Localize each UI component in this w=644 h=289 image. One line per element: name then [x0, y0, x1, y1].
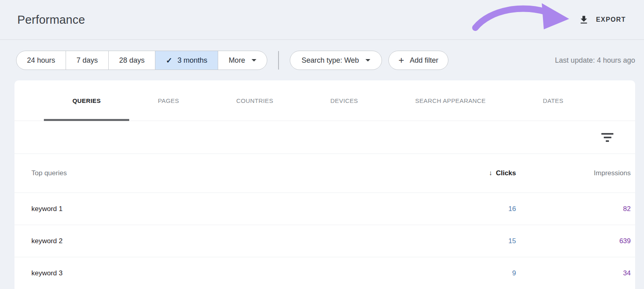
filter-toolbar: 24 hours 7 days 28 days ✓ 3 months More …: [16, 51, 635, 70]
table-header: Top queries ↓Clicks Impressions: [14, 154, 635, 193]
table-filter-row: [14, 121, 635, 154]
caret-down-icon: [365, 59, 370, 61]
sort-desc-icon: ↓: [489, 169, 492, 177]
query-cell: keyword 1: [31, 205, 436, 213]
tab-devices[interactable]: DEVICES: [302, 80, 387, 121]
page-header: Performance EXPORT: [0, 0, 644, 40]
impressions-header[interactable]: Impressions: [516, 169, 631, 177]
filter-list-icon[interactable]: [599, 131, 616, 144]
add-filter-button[interactable]: + Add filter: [388, 51, 448, 70]
search-type-label: Search type: Web: [301, 56, 359, 65]
date-filter-label: 24 hours: [27, 56, 55, 65]
date-filter-label: 3 months: [178, 56, 207, 65]
last-update-text: Last update: 4 hours ago: [555, 56, 635, 65]
add-filter-label: Add filter: [410, 56, 438, 65]
date-filter-3-months[interactable]: ✓ 3 months: [155, 51, 218, 70]
tab-label: PAGES: [158, 97, 179, 104]
plus-icon: +: [398, 55, 404, 65]
download-icon: [578, 14, 589, 25]
export-button-label: EXPORT: [596, 16, 626, 23]
query-cell: keyword 3: [31, 269, 436, 277]
tab-label: DATES: [543, 97, 564, 104]
tab-countries[interactable]: COUNTRIES: [208, 80, 302, 121]
top-queries-header: Top queries: [31, 169, 436, 177]
tab-search-appearance[interactable]: SEARCH APPEARANCE: [387, 80, 514, 121]
page-title: Performance: [17, 13, 85, 27]
report-tabs: QUERIES PAGES COUNTRIES DEVICES SEARCH A…: [14, 80, 635, 121]
table-row[interactable]: keyword 2 15 639: [14, 225, 635, 257]
table-row[interactable]: keyword 1 16 82: [14, 193, 635, 225]
clicks-cell: 16: [436, 205, 516, 213]
export-button[interactable]: EXPORT: [578, 14, 626, 25]
date-filter-label: 7 days: [76, 56, 98, 65]
date-filter-7-days[interactable]: 7 days: [66, 51, 109, 70]
check-icon: ✓: [166, 56, 172, 65]
impressions-cell: 639: [516, 237, 631, 245]
impressions-cell: 34: [516, 269, 631, 277]
more-label: More: [229, 56, 245, 65]
date-filter-label: 28 days: [119, 56, 144, 65]
toolbar-divider: [278, 51, 279, 70]
table-row[interactable]: keyword 3 9 34: [14, 257, 635, 289]
clicks-header[interactable]: ↓Clicks: [436, 169, 516, 177]
tab-dates[interactable]: DATES: [514, 80, 592, 121]
annotation-arrow: [468, 2, 571, 34]
clicks-header-label: Clicks: [496, 169, 516, 177]
tab-queries[interactable]: QUERIES: [44, 80, 129, 121]
caret-down-icon: [252, 59, 256, 61]
clicks-cell: 15: [436, 237, 516, 245]
tab-label: QUERIES: [72, 97, 101, 104]
report-card: QUERIES PAGES COUNTRIES DEVICES SEARCH A…: [14, 80, 635, 289]
date-range-filter-group: 24 hours 7 days 28 days ✓ 3 months More: [16, 51, 267, 70]
impressions-cell: 82: [516, 205, 631, 213]
tab-pages[interactable]: PAGES: [129, 80, 208, 121]
clicks-cell: 9: [436, 269, 516, 277]
date-filter-more-dropdown[interactable]: More: [218, 51, 267, 70]
search-type-dropdown[interactable]: Search type: Web: [290, 51, 382, 70]
tab-label: DEVICES: [330, 97, 358, 104]
date-filter-28-days[interactable]: 28 days: [109, 51, 155, 70]
query-cell: keyword 2: [31, 237, 436, 245]
tab-label: SEARCH APPEARANCE: [415, 97, 486, 104]
date-filter-24-hours[interactable]: 24 hours: [17, 51, 66, 70]
tab-label: COUNTRIES: [236, 97, 273, 104]
